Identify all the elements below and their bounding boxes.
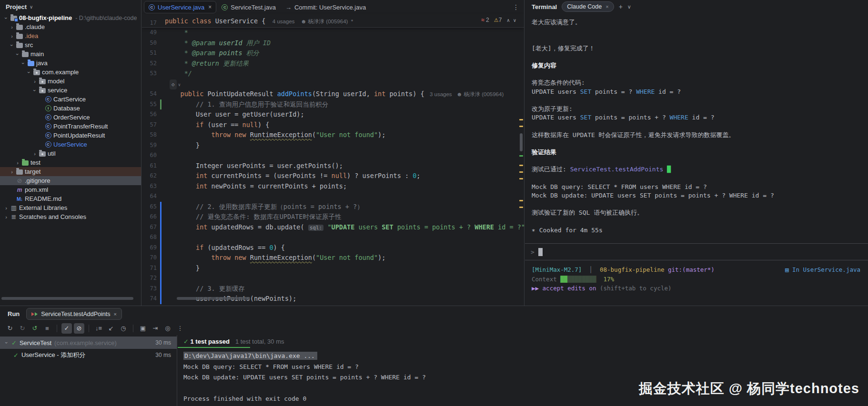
tree-item-util[interactable]: ›util (0, 149, 141, 158)
tree-item-java[interactable]: ›java (0, 59, 141, 68)
terminal-panel-title[interactable]: Terminal (532, 3, 557, 10)
tree-item-.gitignore[interactable]: ⊘.gitignore (0, 176, 141, 185)
close-icon[interactable]: × (208, 4, 212, 10)
tree-item-.claude[interactable]: ›.claude (0, 22, 141, 31)
tree-chevron-icon[interactable]: › (31, 79, 38, 84)
tree-item-CartService[interactable]: CCartService (0, 95, 141, 104)
show-passed-button[interactable]: ✓ (61, 323, 72, 334)
segment-vi: ServiceTest.testAddPoints (570, 166, 664, 173)
tree-item-com.example[interactable]: ›com.example (0, 68, 141, 77)
close-icon[interactable]: × (606, 4, 608, 10)
tree-item-PointTransferResult[interactable]: CPointTransferResult (0, 122, 141, 131)
project-header[interactable]: Project ∨ (0, 0, 141, 13)
tree-item-OrderService[interactable]: COrderService (0, 113, 141, 122)
warning-mark[interactable] (519, 207, 523, 208)
tree-item-src[interactable]: ›src (0, 40, 141, 50)
watermark: 掘金技术社区 @ 杨同学technotes (639, 379, 859, 398)
sort-alphabetically-button[interactable]: ↓≡ (93, 323, 104, 334)
tree-item-External Libraries[interactable]: ›▥External Libraries (0, 203, 141, 212)
chevron-up-icon[interactable]: ∧ (506, 18, 513, 23)
tree-item-label: CartService (53, 96, 86, 103)
show-ignored-button[interactable]: ⊘ (74, 323, 84, 334)
tree-item-PointUpdateResult[interactable]: CPointUpdateResult (0, 131, 141, 140)
tree-item-Scratches and Consoles[interactable]: ›≣Scratches and Consoles (0, 212, 141, 221)
tree-chevron-icon[interactable]: › (32, 87, 38, 94)
tree-chevron-icon[interactable]: › (3, 214, 10, 220)
close-icon[interactable]: × (114, 311, 117, 317)
tree-item-08-bugfix-pipeline[interactable]: ›08-bugfix-pipeline- D:\github\claude-co… (0, 13, 141, 22)
terminal-line: 验证结果 (532, 148, 868, 157)
editor-tab-commit-userservice-java[interactable]: →Commit: UserService.java (281, 1, 370, 13)
console-command[interactable]: D:\dev\Java\java17\bin\java.exe ... (183, 352, 317, 360)
snapshot-button[interactable]: ▣ (138, 323, 148, 334)
tree-chevron-icon[interactable]: › (26, 69, 32, 76)
test-row-servicetest[interactable]: ›✓ServiceTest(com.example.service)30 ms (0, 337, 177, 349)
tree-item-test[interactable]: ›test (0, 158, 141, 167)
project-hscrollbar[interactable] (1, 297, 133, 300)
tree-item-README.md[interactable]: M↓README.md (0, 194, 141, 203)
tree-item-model[interactable]: ›model (0, 77, 141, 86)
chevron-down-icon[interactable]: ∨ (513, 18, 519, 23)
warning-indicator[interactable]: ⚠7 (494, 17, 502, 23)
test-tree[interactable]: ›✓ServiceTest(com.example.service)30 ms✓… (0, 335, 177, 406)
terminal-dropdown-chevron-icon[interactable]: ∨ (627, 4, 631, 10)
tree-item-service[interactable]: ›service (0, 86, 141, 95)
typo-indicator[interactable]: ≈ 2 (481, 17, 489, 23)
tree-chevron-icon[interactable]: › (9, 42, 15, 49)
project-tree[interactable]: ›08-bugfix-pipeline- D:\github\claude-co… (0, 13, 141, 221)
error-stripe[interactable] (518, 28, 524, 306)
terminal-output[interactable]: 老大应该满意了。 [老大]，修复完成了！ 修复内容 将竞态条件的代码:UPDAT… (525, 13, 868, 235)
tree-chevron-icon[interactable]: › (9, 33, 15, 39)
tree-chevron-icon[interactable]: › (9, 169, 15, 175)
warning-mark[interactable] (519, 126, 523, 127)
coverage-button[interactable]: ◎ (162, 323, 173, 334)
new-terminal-plus-icon[interactable]: + (619, 3, 623, 10)
tree-chevron-icon[interactable]: › (31, 151, 38, 157)
warning-mark[interactable] (519, 200, 523, 201)
tree-item-Database[interactable]: IDatabase (0, 104, 141, 113)
run-tab-servicetest[interactable]: ServiceTest.testAddPoints × (26, 308, 122, 320)
tree-item-.idea[interactable]: ›.idea (0, 31, 141, 40)
stop-button[interactable]: ■ (42, 323, 52, 334)
change-mark[interactable] (519, 155, 523, 157)
tree-chevron-icon[interactable]: › (15, 51, 20, 58)
test-row-userservice-[interactable]: ✓UserService - 添加积分30 ms (0, 349, 177, 361)
tree-chevron-icon[interactable]: › (20, 60, 26, 67)
segment-k: throw (212, 131, 231, 139)
rerun-failed-button[interactable]: ↻ (17, 323, 28, 334)
warning-mark[interactable] (519, 165, 523, 166)
tree-item-main[interactable]: ›main (0, 50, 141, 59)
warning-mark[interactable] (519, 119, 523, 120)
gutter (160, 161, 161, 171)
code-editor[interactable]: 49 *50 * @param userId 用户 ID51 * @param … (142, 28, 524, 306)
toggle-auto-test-button[interactable]: ↺ (30, 323, 40, 334)
tree-chevron-icon[interactable]: › (3, 205, 10, 211)
editor-hscrollbar[interactable] (177, 297, 250, 300)
more-options-button[interactable]: ⋮ (175, 323, 185, 334)
expand-all-button[interactable]: ↙ (106, 323, 116, 334)
text-segment: 这样数据库在 UPDATE 时会保证原子性，避免并发请求导致的数据覆盖。 (532, 131, 735, 139)
terminal-tab-claude-code[interactable]: Claude Code × (562, 1, 614, 12)
prev-next-chevrons[interactable]: ∧∨ (506, 18, 519, 23)
tree-chevron-icon[interactable]: › (3, 15, 9, 21)
rerun-button[interactable]: ↻ (5, 323, 15, 334)
tree-item-target[interactable]: ›target (0, 167, 141, 176)
import-tests-button[interactable]: ⇥ (150, 323, 161, 334)
tree-item-pom.xml[interactable]: mpom.xml (0, 185, 141, 194)
tree-item-UserService[interactable]: CUserService (0, 140, 141, 149)
tab-options-kebab-icon[interactable]: ⋮ (513, 3, 519, 11)
tree-chevron-icon[interactable]: › (14, 160, 21, 166)
editor-scrollbar-thumb[interactable] (520, 133, 523, 151)
editor-tab-label: Commit: UserService.java (294, 4, 366, 11)
tree-chevron-icon[interactable]: › (9, 24, 15, 30)
inspections-widget[interactable]: ≈ 2 ⚠7 ∧∨ (481, 17, 519, 23)
tree-chevron-icon[interactable]: › (4, 339, 10, 347)
ai-inlay-icon[interactable]: ◇ (170, 79, 177, 90)
warning-mark[interactable] (519, 178, 523, 179)
sort-by-duration-button[interactable]: ◷ (118, 323, 129, 334)
editor-tab-servicetest-java[interactable]: CServiceTest.java (217, 1, 280, 13)
segment-dim: │ (589, 266, 593, 273)
terminal-prompt[interactable]: > (525, 243, 868, 260)
warning-mark[interactable] (519, 171, 523, 173)
editor-tab-userservice-java[interactable]: CUserService.java× (144, 1, 216, 13)
